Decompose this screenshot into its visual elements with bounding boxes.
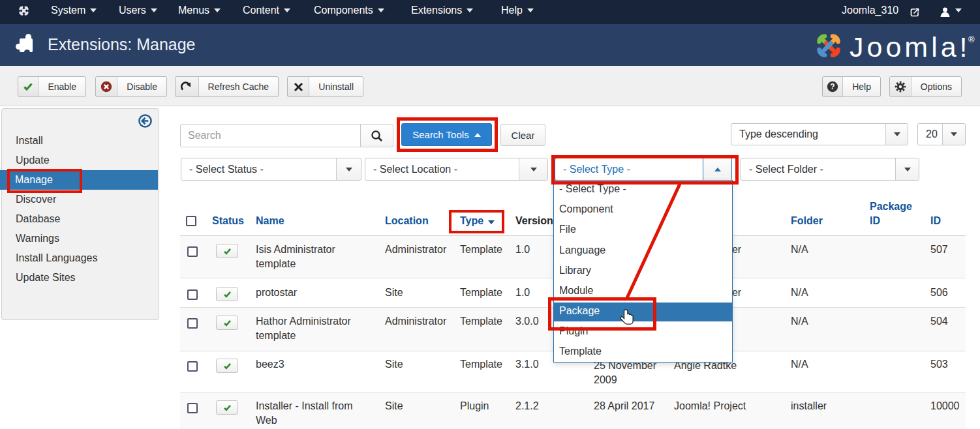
svg-text:?: ? — [830, 82, 835, 91]
